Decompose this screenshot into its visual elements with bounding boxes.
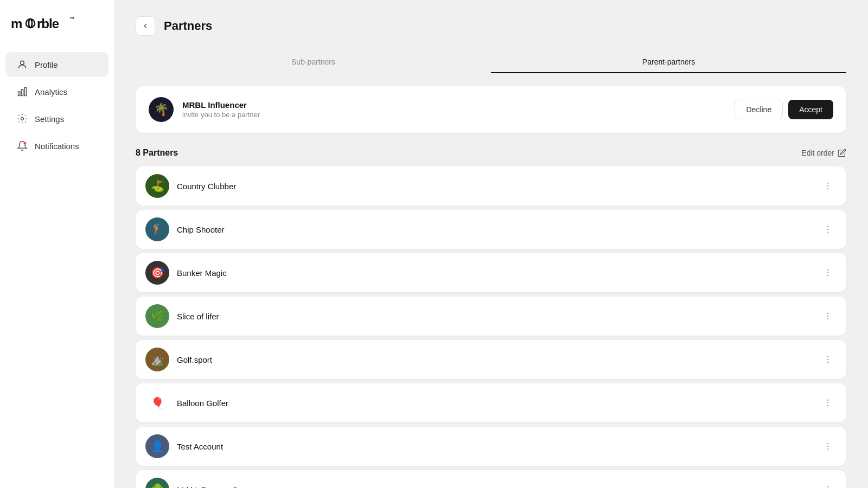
svg-point-1 — [26, 19, 35, 28]
svg-point-23 — [827, 356, 828, 357]
sidebar-item-analytics-label: Analytics — [35, 87, 67, 97]
svg-point-24 — [827, 359, 828, 360]
logo: m rble ™ — [0, 11, 114, 51]
partner-avatar: 🌿 — [145, 304, 169, 328]
partner-name: Golf.sport — [177, 355, 812, 364]
partner-list-item: 🌳 Mrbl Influencer 2 — [136, 470, 846, 488]
partner-avatar: 🎯 — [145, 261, 169, 285]
svg-point-2 — [29, 19, 32, 28]
svg-rect-8 — [24, 88, 26, 96]
edit-order-button[interactable]: Edit order — [801, 149, 846, 157]
svg-rect-6 — [18, 92, 20, 96]
invite-avatar-emoji: 🌴 — [154, 102, 169, 117]
partner-name: Country Clubber — [177, 182, 812, 191]
svg-point-26 — [827, 400, 828, 401]
svg-text:™: ™ — [69, 16, 74, 22]
partner-more-button[interactable] — [819, 481, 837, 488]
edit-icon — [838, 149, 846, 157]
partner-avatar: 🏌️ — [145, 217, 169, 241]
page-title: Partners — [164, 19, 212, 33]
main-content: Partners Sub-partners Parent-partners 🌴 … — [114, 0, 868, 488]
partner-name: Mrbl Influencer 2 — [177, 485, 812, 489]
partner-list-item: 🎈 Balloon Golfer — [136, 383, 846, 422]
partner-avatar: ⛰️ — [145, 348, 169, 371]
partner-list-item: 🎯 Bunker Magic — [136, 253, 846, 292]
invite-info: MRBL Influencer invite you to be a partn… — [182, 100, 726, 119]
partner-name: Test Account — [177, 442, 812, 451]
tabs-container: Sub-partners Parent-partners — [136, 51, 846, 73]
partner-name: Chip Shooter — [177, 225, 812, 234]
sidebar-item-settings-label: Settings — [35, 114, 64, 124]
person-icon — [16, 59, 28, 70]
edit-order-label: Edit order — [801, 149, 834, 157]
sidebar-item-settings[interactable]: Settings — [5, 106, 108, 131]
back-button[interactable] — [136, 16, 155, 36]
svg-point-22 — [827, 318, 828, 319]
partner-more-button[interactable] — [819, 351, 837, 368]
svg-point-30 — [827, 446, 828, 447]
partners-count-title: 8 Partners — [136, 148, 178, 158]
invite-sub-text: invite you to be a partner — [182, 111, 726, 119]
svg-point-20 — [827, 313, 828, 314]
svg-point-14 — [827, 226, 828, 227]
partner-list-item: ⛰️ Golf.sport — [136, 340, 846, 379]
sidebar-item-profile[interactable]: Profile — [5, 52, 108, 77]
svg-point-19 — [827, 275, 828, 276]
invite-name: MRBL Influencer — [182, 100, 726, 110]
partner-more-button[interactable] — [819, 438, 837, 455]
svg-point-25 — [827, 362, 828, 363]
svg-point-11 — [827, 183, 828, 184]
partner-list-item: 🏌️ Chip Shooter — [136, 210, 846, 249]
logo-svg: m rble ™ — [11, 15, 76, 31]
partner-name: Bunker Magic — [177, 268, 812, 278]
bell-icon — [16, 140, 28, 152]
invite-actions: Decline Accept — [735, 100, 833, 119]
svg-point-32 — [827, 486, 828, 487]
partners-section-header: 8 Partners Edit order — [136, 148, 846, 158]
partner-more-button[interactable] — [819, 394, 837, 412]
settings-icon — [16, 113, 28, 125]
partner-more-button[interactable] — [819, 221, 837, 238]
svg-point-18 — [827, 272, 828, 273]
sidebar-item-notifications-label: Notifications — [35, 142, 79, 151]
sidebar-item-notifications[interactable]: Notifications — [5, 133, 108, 158]
invite-card: 🌴 MRBL Influencer invite you to be a par… — [136, 86, 846, 133]
tab-parent-partners[interactable]: Parent-partners — [491, 51, 846, 73]
partner-name: Balloon Golfer — [177, 399, 812, 408]
svg-rect-7 — [21, 89, 23, 96]
svg-point-31 — [827, 448, 828, 450]
invite-avatar: 🌴 — [149, 97, 174, 122]
partner-list: ⛳ Country Clubber 🏌️ Chip Shooter 🎯 Bunk… — [136, 166, 846, 488]
svg-point-27 — [827, 402, 828, 403]
sidebar: m rble ™ Profile Analytics — [0, 0, 114, 488]
svg-point-10 — [24, 142, 27, 145]
partner-list-item: 🌿 Slice of lifer — [136, 297, 846, 336]
partner-more-button[interactable] — [819, 264, 837, 281]
tab-sub-partners[interactable]: Sub-partners — [136, 51, 491, 73]
partner-avatar: 🌳 — [145, 478, 169, 488]
partner-list-item: ⛳ Country Clubber — [136, 166, 846, 206]
partner-list-item: 👤 Test Account — [136, 427, 846, 466]
svg-point-12 — [827, 185, 828, 187]
partner-avatar: 👤 — [145, 434, 169, 458]
svg-point-29 — [827, 443, 828, 444]
accept-button[interactable]: Accept — [788, 100, 833, 119]
partner-avatar: 🎈 — [145, 391, 169, 415]
partner-more-button[interactable] — [819, 307, 837, 325]
svg-point-21 — [827, 316, 828, 317]
svg-point-28 — [827, 405, 828, 406]
svg-point-5 — [21, 61, 24, 65]
sidebar-item-analytics[interactable]: Analytics — [5, 79, 108, 104]
svg-point-9 — [21, 118, 24, 120]
svg-point-17 — [827, 269, 828, 271]
decline-button[interactable]: Decline — [735, 100, 783, 119]
svg-text:rble: rble — [37, 16, 59, 31]
analytics-icon — [16, 86, 28, 98]
svg-point-16 — [827, 232, 828, 233]
svg-point-15 — [827, 229, 828, 230]
partner-avatar: ⛳ — [145, 174, 169, 198]
page-header: Partners — [136, 16, 846, 36]
partner-more-button[interactable] — [819, 177, 837, 195]
partner-name: Slice of lifer — [177, 312, 812, 321]
sidebar-item-profile-label: Profile — [35, 60, 58, 69]
